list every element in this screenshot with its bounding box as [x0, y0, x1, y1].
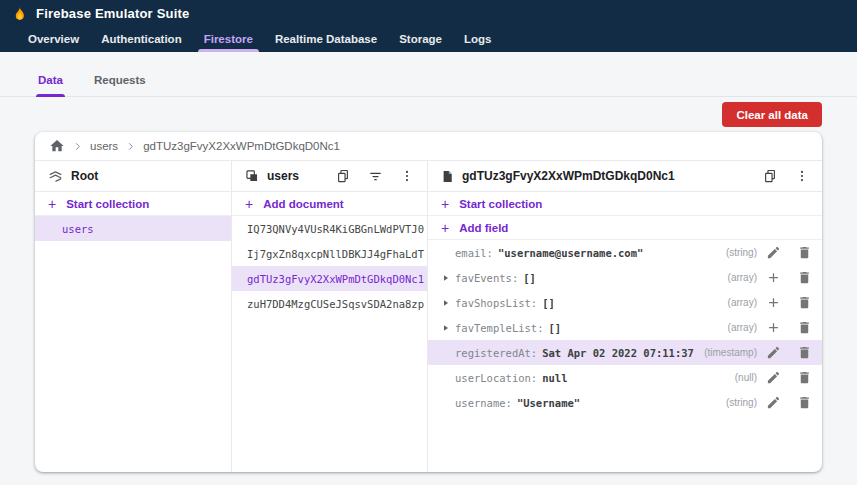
delete-icon[interactable] [792, 366, 816, 390]
field-row-favTempleList: favTempleList: [] (array) [428, 315, 822, 340]
filter-icon[interactable] [363, 164, 387, 188]
edit-icon[interactable] [761, 391, 785, 415]
primary-nav: Overview Authentication Firestore Realti… [0, 26, 857, 52]
app-title: Firebase Emulator Suite [36, 6, 189, 21]
collection-item-users[interactable]: users [35, 216, 231, 241]
document-panel: gdTUz3gFvyX2XxWPmDtGDkqD0Nc1 + Start col… [428, 161, 822, 472]
breadcrumb-collection[interactable]: users [90, 140, 118, 152]
field-row-email: email: "username@username.com" (string) [428, 240, 822, 265]
nav-tab-logs[interactable]: Logs [453, 26, 502, 52]
delete-icon[interactable] [792, 241, 816, 265]
edit-icon[interactable] [761, 366, 785, 390]
clear-all-data-button[interactable]: Clear all data [722, 102, 822, 127]
plus-icon: + [48, 197, 56, 211]
field-row-favEvents: favEvents: [] (array) [428, 265, 822, 290]
copy-icon[interactable] [331, 164, 355, 188]
collection-panel-title: users [267, 169, 299, 183]
chevron-right-icon [72, 141, 83, 152]
nav-tab-authentication[interactable]: Authentication [90, 26, 193, 52]
document-item[interactable]: IQ73QNVy4VUsR4KiGBGnLWdPVTJ0 [232, 216, 427, 241]
expand-arrow-icon[interactable] [442, 274, 450, 282]
delete-icon[interactable] [792, 341, 816, 365]
field-row-userLocation: userLocation: null (null) [428, 365, 822, 390]
add-item-icon[interactable] [761, 266, 785, 290]
document-item[interactable]: zuH7DD4MzgCUSeJSqsvSDA2na8zp [232, 291, 427, 316]
plus-icon: + [441, 221, 449, 235]
delete-icon[interactable] [792, 291, 816, 315]
more-options-icon[interactable] [790, 164, 814, 188]
start-collection-button[interactable]: + Start collection [428, 192, 822, 216]
nav-tab-storage[interactable]: Storage [388, 26, 453, 52]
field-row-username: username: "Username" (string) [428, 390, 822, 415]
field-row-favShopsList: favShopsList: [] (array) [428, 290, 822, 315]
document-icon [441, 170, 454, 183]
collection-panel: users + Add document IQ73QNVy4VUsR4KiGBG… [232, 161, 428, 472]
more-options-icon[interactable] [395, 164, 419, 188]
document-item[interactable]: Ij7gxZn8qxcpNllDBKJJ4gFhaLdT [232, 241, 427, 266]
plus-icon: + [441, 197, 449, 211]
edit-icon[interactable] [761, 341, 785, 365]
delete-icon[interactable] [792, 266, 816, 290]
expand-arrow-icon[interactable] [442, 324, 450, 332]
root-panel: Root + Start collection users [35, 161, 232, 472]
firestore-subnav: Data Requests [0, 69, 857, 97]
nav-tab-firestore[interactable]: Firestore [193, 26, 264, 52]
tab-data[interactable]: Data [36, 69, 65, 96]
start-collection-button[interactable]: + Start collection [35, 192, 231, 216]
edit-icon[interactable] [761, 241, 785, 265]
delete-icon[interactable] [792, 391, 816, 415]
nav-tab-overview[interactable]: Overview [17, 26, 90, 52]
tab-requests[interactable]: Requests [92, 69, 148, 96]
copy-icon[interactable] [758, 164, 782, 188]
add-field-button[interactable]: + Add field [428, 216, 822, 240]
firebase-flame-icon [12, 6, 27, 21]
firestore-data-card: users gdTUz3gFvyX2XxWPmDtGDkqD0Nc1 Root … [35, 132, 822, 472]
add-document-button[interactable]: + Add document [232, 192, 427, 216]
breadcrumb-document[interactable]: gdTUz3gFvyX2XxWPmDtGDkqD0Nc1 [143, 140, 340, 152]
chevron-right-icon [125, 141, 136, 152]
toolbar: Clear all data [0, 97, 857, 127]
field-row-registeredAt: registeredAt: Sat Apr 02 2022 07:11:37 G… [428, 340, 822, 365]
document-panel-title: gdTUz3gFvyX2XxWPmDtGDkqD0Nc1 [462, 169, 675, 183]
app-header: Firebase Emulator Suite Overview Authent… [0, 0, 857, 52]
nav-tab-realtime-database[interactable]: Realtime Database [264, 26, 388, 52]
home-icon[interactable] [49, 138, 65, 154]
delete-icon[interactable] [792, 316, 816, 340]
add-item-icon[interactable] [761, 291, 785, 315]
collection-icon [245, 169, 259, 183]
add-item-icon[interactable] [761, 316, 785, 340]
expand-arrow-icon[interactable] [442, 299, 450, 307]
root-panel-title: Root [71, 169, 98, 183]
breadcrumb: users gdTUz3gFvyX2XxWPmDtGDkqD0Nc1 [35, 132, 822, 161]
document-item-selected[interactable]: gdTUz3gFvyX2XxWPmDtGDkqD0Nc1 [232, 266, 427, 291]
firestore-database-icon [48, 169, 63, 184]
plus-icon: + [245, 197, 253, 211]
